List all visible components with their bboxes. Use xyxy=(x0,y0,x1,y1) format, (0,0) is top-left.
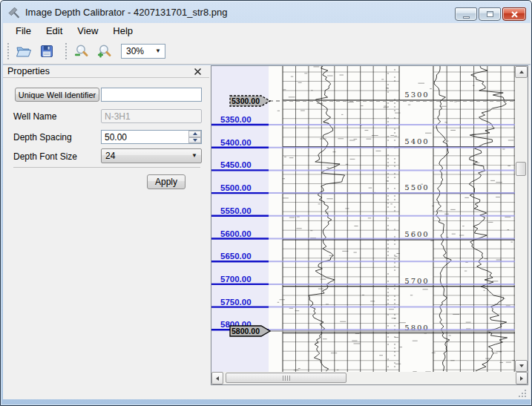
minimize-icon xyxy=(463,16,470,19)
ruler-depth-label: 5700.00 xyxy=(220,275,252,284)
close-button[interactable] xyxy=(502,7,526,21)
horizontal-scrollbar-thumb[interactable] xyxy=(226,373,347,383)
ruler-depth-label: 5450.00 xyxy=(220,160,252,169)
spin-up-icon xyxy=(193,132,197,135)
arrow-down-icon xyxy=(519,364,524,367)
image-viewport[interactable]: 5300540055005600570058005350.005400.0054… xyxy=(211,65,528,385)
chevron-down-icon: ▼ xyxy=(191,152,197,159)
close-icon xyxy=(511,11,518,18)
maximize-button[interactable] xyxy=(479,7,501,21)
scan-depth-label: 5500 xyxy=(404,183,429,191)
toolbar-grip[interactable] xyxy=(7,43,9,59)
open-file-button[interactable] xyxy=(12,41,35,62)
ruler-depth-label: 5350.00 xyxy=(220,115,252,124)
arrow-left-icon xyxy=(216,376,219,381)
menu-edit[interactable]: Edit xyxy=(39,24,70,38)
zoom-level-select[interactable]: 30% ▼ xyxy=(121,44,165,59)
scroll-down-button[interactable] xyxy=(515,360,528,372)
app-window: Image Depth Calibrator - 4207131701_str8… xyxy=(0,0,532,406)
apply-button[interactable]: Apply xyxy=(147,174,185,189)
toolbar-grip[interactable] xyxy=(65,43,67,59)
toolbar: 30% ▼ xyxy=(3,38,531,65)
arrow-up-icon xyxy=(519,71,524,73)
ruler-depth-label: 5500.00 xyxy=(220,183,252,192)
properties-panel: Properties Unique Well Identifier Well N… xyxy=(3,65,209,384)
zoom-out-button[interactable] xyxy=(70,41,93,62)
ruler-depth-label: 5650.00 xyxy=(220,252,252,261)
ruler-depth-label: 5600.00 xyxy=(220,229,252,238)
well-name-input xyxy=(101,109,202,123)
scan-depth-label: 5300 xyxy=(404,91,429,99)
titlebar[interactable]: Image Depth Calibrator - 4207131701_str8… xyxy=(1,1,531,23)
unique-well-identifier-button[interactable]: Unique Well Identifier xyxy=(15,88,99,102)
save-icon xyxy=(39,44,54,59)
spin-down-icon xyxy=(193,139,197,142)
properties-panel-header: Properties xyxy=(3,65,209,78)
panel-title: Properties xyxy=(7,66,50,76)
zoom-in-button[interactable] xyxy=(93,41,116,62)
zoom-in-icon xyxy=(97,44,112,59)
ruler-depth-label: 5750.00 xyxy=(220,298,252,307)
depth-font-size-label: Depth Font Size xyxy=(13,151,77,162)
scroll-up-button[interactable] xyxy=(515,66,528,78)
close-panel-icon xyxy=(194,68,202,76)
scroll-right-button[interactable] xyxy=(516,372,528,384)
menu-view[interactable]: View xyxy=(70,24,105,38)
window-title: Image Depth Calibrator - 4207131701_str8… xyxy=(25,7,227,18)
depth-font-size-value: 24 xyxy=(105,151,115,161)
zoom-out-icon xyxy=(74,44,89,59)
scroll-left-button[interactable] xyxy=(211,372,223,384)
menu-help[interactable]: Help xyxy=(105,24,140,38)
ruler-depth-label: 5400.00 xyxy=(220,138,252,147)
menu-bar: FileEditViewHelp xyxy=(3,23,531,38)
depth-marker-bottom[interactable]: 5800.00 xyxy=(230,326,270,336)
resize-grip[interactable] xyxy=(518,389,528,399)
svg-text:5300.00: 5300.00 xyxy=(231,96,260,105)
zoom-level-value: 30% xyxy=(126,46,144,56)
vertical-scrollbar[interactable] xyxy=(515,66,528,372)
panel-separator xyxy=(13,167,200,168)
arrow-right-icon xyxy=(520,376,523,381)
depth-marker-top[interactable]: 5300.00 xyxy=(230,96,270,106)
well-name-label: Well Name xyxy=(13,111,56,122)
unique-well-identifier-input[interactable] xyxy=(101,88,202,102)
open-folder-icon xyxy=(16,44,32,59)
spin-down-button[interactable] xyxy=(188,137,201,144)
scan-depth-label: 5600 xyxy=(404,230,429,238)
depth-spacing-spinbox xyxy=(101,130,202,144)
ruler-depth-label: 5550.00 xyxy=(220,206,252,215)
minimize-button[interactable] xyxy=(455,7,477,21)
svg-text:5800.00: 5800.00 xyxy=(231,327,260,335)
spin-up-button[interactable] xyxy=(188,131,201,137)
panel-close-button[interactable] xyxy=(193,67,203,76)
app-icon xyxy=(7,6,20,19)
save-file-button[interactable] xyxy=(35,41,58,62)
log-image-canvas: 5300540055005600570058005350.005400.0054… xyxy=(211,66,515,372)
depth-font-size-select[interactable]: 24 ▼ xyxy=(101,148,202,163)
horizontal-scrollbar[interactable] xyxy=(211,372,528,384)
depth-spacing-label: Depth Spacing xyxy=(13,132,72,143)
scanned-log-image xyxy=(269,66,515,372)
maximize-icon xyxy=(487,11,493,17)
menu-file[interactable]: File xyxy=(8,24,39,38)
depth-spacing-input[interactable] xyxy=(102,131,188,143)
chevron-down-icon: ▼ xyxy=(155,48,161,54)
vertical-scrollbar-thumb[interactable] xyxy=(516,162,526,176)
scan-depth-label: 5400 xyxy=(404,137,429,145)
